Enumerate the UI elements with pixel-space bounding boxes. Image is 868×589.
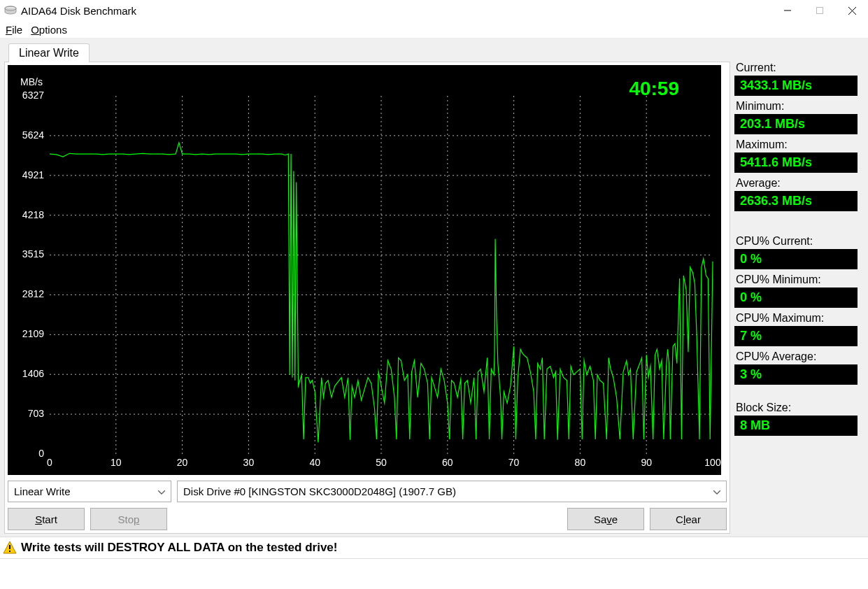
chart-panel: 40:59 Linear Write Disk Drive #0 [KINGST… (4, 62, 730, 534)
current-value: 3433.1 MB/s (734, 76, 858, 96)
chevron-down-icon (158, 483, 165, 502)
stats-sidebar: Current: 3433.1 MB/s Minimum: 203.1 MB/s… (734, 62, 858, 440)
chart-area: 40:59 (8, 65, 721, 475)
cpu-minimum-value: 0 % (734, 288, 858, 308)
clear-button[interactable]: Clear (650, 508, 727, 530)
maximum-value: 5411.6 MB/s (734, 152, 858, 173)
tab-linear-write[interactable]: Linear Write (8, 43, 90, 62)
svg-rect-6 (9, 545, 10, 549)
warning-text: Write tests will DESTROY ALL DATA on the… (21, 541, 337, 555)
app-icon (4, 6, 17, 15)
save-button[interactable]: Save (567, 508, 644, 530)
average-value: 2636.3 MB/s (734, 191, 858, 211)
block-size-label: Block Size: (734, 402, 858, 414)
menu-options[interactable]: Options (31, 24, 67, 36)
minimum-value: 203.1 MB/s (734, 114, 858, 134)
mode-select-value: Linear Write (14, 485, 71, 497)
cpu-maximum-value: 7 % (734, 326, 858, 346)
maximum-label: Maximum: (734, 139, 858, 151)
drive-select[interactable]: Disk Drive #0 [KINGSTON SKC3000D2048G] (… (177, 481, 727, 502)
svg-rect-7 (9, 551, 10, 552)
menubar: File Options (0, 21, 868, 38)
cpu-maximum-label: CPU% Maximum: (734, 312, 858, 325)
warning-icon (3, 541, 17, 555)
minimize-button[interactable] (771, 0, 804, 21)
minimum-label: Minimum: (734, 100, 858, 113)
cpu-current-label: CPU% Current: (734, 235, 858, 248)
titlebar: AIDA64 Disk Benchmark (0, 0, 868, 21)
maximize-button[interactable] (804, 0, 836, 21)
warning-bar: Write tests will DESTROY ALL DATA on the… (0, 537, 868, 559)
mode-select[interactable]: Linear Write (8, 481, 171, 502)
chevron-down-icon (713, 483, 720, 502)
close-button[interactable] (836, 0, 868, 21)
chart-timer: 40:59 (629, 78, 679, 100)
cpu-current-value: 0 % (734, 249, 858, 269)
start-button[interactable]: Start (8, 508, 85, 530)
average-label: Average: (734, 177, 858, 190)
chart-canvas (8, 65, 721, 475)
stop-button[interactable]: Stop (90, 508, 167, 530)
menu-file[interactable]: File (6, 24, 22, 36)
cpu-average-value: 3 % (734, 364, 858, 385)
block-size-value: 8 MB (734, 416, 858, 436)
drive-select-value: Disk Drive #0 [KINGSTON SKC3000D2048G] (… (183, 485, 456, 497)
svg-rect-3 (817, 8, 823, 14)
tabstrip: Linear Write (4, 42, 864, 62)
window-title: AIDA64 Disk Benchmark (21, 5, 136, 17)
current-label: Current: (734, 62, 858, 74)
cpu-average-label: CPU% Average: (734, 350, 858, 363)
cpu-minimum-label: CPU% Minimum: (734, 274, 858, 286)
